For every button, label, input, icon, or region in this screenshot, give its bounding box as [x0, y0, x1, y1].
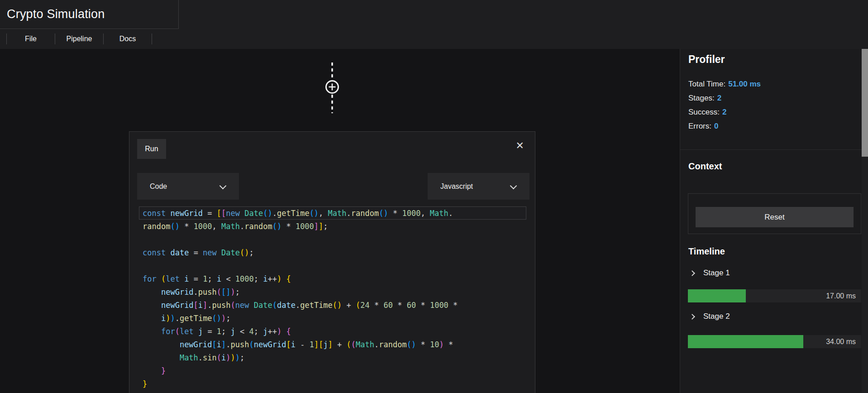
code-token: 4 [249, 327, 254, 336]
code-token: ) [221, 314, 226, 323]
stage-1-bar: 17.00 ms [688, 289, 861, 302]
code-line [139, 259, 526, 272]
run-button[interactable]: Run [137, 139, 166, 159]
code-token: Math [221, 222, 240, 231]
block-type-dropdown[interactable]: Code [137, 173, 239, 200]
block-type-value: Code [150, 182, 167, 191]
code-token: ) [231, 353, 235, 362]
code-token: ; [226, 314, 230, 323]
code-token: () [272, 222, 281, 231]
code-token: Math [356, 340, 374, 349]
code-token [180, 274, 184, 283]
code-token: getTime [180, 314, 212, 323]
header-bar: Crypto Simulation [0, 0, 868, 29]
scrollbar-track[interactable] [862, 49, 868, 393]
code-token: random [351, 209, 379, 218]
stage-name: Stage 2 [703, 312, 730, 321]
code-token [194, 327, 198, 336]
code-line [139, 233, 526, 246]
code-token: [ [212, 340, 217, 349]
code-line: const date = new Date(); [139, 246, 526, 259]
code-line: for(let j = 1; j < 4; j++) { [139, 325, 526, 338]
code-token: 1000 [194, 222, 212, 231]
code-token: < [221, 274, 235, 283]
code-token: Date [254, 301, 272, 310]
code-token: const [143, 248, 166, 257]
code-token: + [342, 301, 356, 310]
code-token: () [212, 314, 221, 323]
menu-item-docs[interactable]: Docs [104, 35, 152, 43]
code-token: [ [319, 340, 323, 349]
code-token: push [198, 288, 217, 297]
code-token: () [263, 209, 272, 218]
code-token: i [217, 340, 221, 349]
code-token: ) [170, 314, 175, 323]
code-token [281, 327, 286, 336]
code-token [143, 288, 161, 297]
code-token: . [272, 209, 277, 218]
code-token: ] [314, 222, 319, 231]
code-token: } [143, 379, 147, 388]
code-token: ( [347, 340, 351, 349]
code-token: ; [323, 222, 328, 231]
code-token: ] [314, 340, 319, 349]
timeline-title: Timeline [688, 246, 725, 257]
code-token: newGrid [161, 288, 194, 297]
stage-1-time: 17.00 ms [826, 289, 856, 302]
code-token: () [170, 222, 179, 231]
code-token: . [207, 301, 212, 310]
code-token: + [333, 340, 347, 349]
code-token: Date [244, 209, 263, 218]
menubar: File Pipeline Docs [0, 29, 868, 49]
reset-button[interactable]: Reset [696, 207, 854, 227]
code-token: date [170, 248, 189, 257]
code-token: { [286, 274, 291, 283]
code-token: ) [226, 353, 230, 362]
menu-item-pipeline[interactable]: Pipeline [55, 35, 103, 43]
stage-2-toggle[interactable]: Stage 2 [690, 311, 730, 322]
code-token: ) [166, 314, 170, 323]
code-token: push [212, 301, 231, 310]
profiler-title: Profiler [688, 53, 725, 66]
close-icon[interactable]: ✕ [516, 141, 524, 151]
menu-item-file[interactable]: File [7, 35, 55, 43]
stage-2-bar-fill [688, 335, 803, 348]
code-token: - [296, 340, 310, 349]
code-token: () [407, 340, 416, 349]
code-token: . [240, 222, 244, 231]
code-token: . [374, 340, 379, 349]
code-token: new [226, 209, 240, 218]
code-token: new [203, 248, 217, 257]
code-token: let [180, 327, 194, 336]
stat-value: 2 [717, 94, 721, 102]
code-token: Math [180, 353, 198, 362]
code-token [143, 340, 180, 349]
code-token: ; [249, 248, 254, 257]
code-token: * [444, 340, 453, 349]
scrollbar-thumb[interactable] [862, 49, 868, 157]
code-token [143, 314, 161, 323]
code-token: ] [319, 222, 323, 231]
code-token: let [166, 274, 180, 283]
code-token: * [281, 222, 296, 231]
code-token: . [296, 301, 300, 310]
profiler-stats: Total Time:51.00 ms Stages:2 Success:2 E… [688, 77, 761, 133]
circle-plus-icon[interactable] [305, 60, 359, 115]
language-dropdown[interactable]: Javascript [428, 173, 529, 200]
chevron-right-icon [689, 270, 695, 276]
code-token: * [388, 209, 402, 218]
code-token: * [393, 301, 407, 310]
code-token: for [161, 327, 175, 336]
stage-name: Stage 1 [703, 268, 730, 278]
code-token: new [235, 301, 249, 310]
code-token [240, 209, 244, 218]
code-token: newGrid [161, 301, 194, 310]
code-block[interactable]: const newGrid = [[new Date().getTime(), … [139, 206, 526, 390]
code-line: for (let i = 1; i < 1000; i++) { [139, 272, 526, 285]
code-token: date [277, 301, 296, 310]
code-token: * [416, 340, 430, 349]
stage-1-toggle[interactable]: Stage 1 [690, 267, 730, 279]
code-token: 1 [310, 340, 314, 349]
code-token: < [235, 327, 249, 336]
code-token: . [175, 314, 180, 323]
